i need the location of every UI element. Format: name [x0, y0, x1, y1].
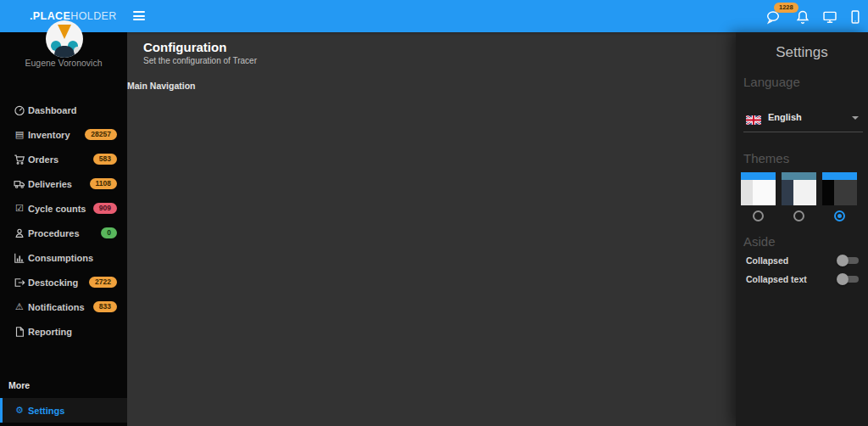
deliveries-truck-icon: [13, 178, 26, 190]
theme-radio-dark[interactable]: [834, 210, 845, 221]
theme-radio-light[interactable]: [753, 210, 764, 221]
theme-option-light[interactable]: [741, 172, 776, 221]
sidebar-nav: Dashboard ▤ Inventory 28257 Orders 583 D…: [0, 98, 127, 344]
sidebar-item-label: Notifications: [28, 302, 93, 312]
count-badge: 909: [93, 203, 117, 214]
theme-radio-teal[interactable]: [793, 210, 804, 221]
sidebar-item-settings[interactable]: ⚙ Settings: [0, 398, 127, 423]
user-name[interactable]: Eugene Voronovich: [0, 58, 127, 68]
dashboard-gauge-icon: [13, 104, 26, 116]
theme-option-teal[interactable]: [782, 172, 816, 221]
language-value: English: [768, 112, 802, 122]
drawer-title: Settings: [736, 44, 868, 61]
theme-swatch-dark: [822, 172, 857, 205]
theme-swatch-teal: [782, 172, 816, 205]
tablet-icon[interactable]: [848, 9, 863, 25]
notifications-warning-icon: ⚠: [13, 302, 26, 311]
chevron-down-icon: [852, 116, 859, 120]
inventory-layers-icon: ▤: [13, 130, 26, 139]
count-badge: 0: [101, 227, 117, 238]
sidebar-item-label: Deliveries: [28, 179, 90, 189]
aside-collapsed-row: Collapsed: [746, 254, 860, 267]
language-select[interactable]: English: [736, 110, 868, 126]
sidebar-item-procedures[interactable]: Procedures 0: [0, 221, 127, 245]
sidebar-item-label: Destocking: [28, 277, 89, 288]
chat-count-badge: 1228: [774, 3, 798, 13]
count-badge: 833: [93, 301, 117, 312]
user-avatar[interactable]: [46, 20, 83, 58]
sidebar-item-notifications[interactable]: ⚠ Notifications 833: [0, 294, 127, 319]
sidebar-item-consumptions[interactable]: Consumptions: [0, 245, 127, 270]
language-section-header: Language: [743, 75, 800, 89]
sidebar-item-deliveries[interactable]: Deliveries 1108: [0, 171, 127, 196]
sidebar-item-orders[interactable]: Orders 583: [0, 147, 127, 171]
settings-gear-icon: ⚙: [13, 406, 26, 415]
theme-option-dark[interactable]: [822, 172, 857, 221]
sidebar-item-label: Cycle counts: [28, 204, 93, 214]
sidebar-item-label: Inventory: [28, 130, 85, 140]
collapsed-text-label: Collapsed text: [746, 274, 807, 284]
count-badge: 1108: [90, 178, 117, 189]
orders-cart-icon: [13, 154, 26, 165]
count-badge: 28257: [85, 129, 117, 140]
sidebar-item-cycle-counts[interactable]: ☑ Cycle counts 909: [0, 196, 127, 221]
count-badge: 583: [93, 154, 117, 165]
desktop-icon[interactable]: [822, 9, 837, 25]
logo-light: HOLDER: [70, 10, 117, 22]
hamburger-menu-icon[interactable]: [133, 11, 145, 21]
page-subtitle: Set the configuration of Tracer: [143, 56, 257, 65]
sidebar-item-label: Reporting: [28, 327, 127, 337]
destocking-export-icon: [13, 277, 26, 289]
top-app-bar: .PLACEHOLDER 1228: [0, 0, 868, 32]
sidebar-section-more: More: [8, 380, 30, 390]
collapsed-text-toggle[interactable]: [837, 273, 860, 285]
theme-picker: [741, 172, 857, 221]
uk-flag-icon: [746, 113, 761, 122]
theme-swatch-light: [741, 172, 776, 205]
app-window: .PLACEHOLDER 1228 Eugene Voronovich: [0, 0, 868, 426]
reporting-document-icon: [13, 326, 26, 338]
collapsed-label: Collapsed: [746, 255, 788, 266]
settings-drawer: Settings Language English Themes: [736, 32, 868, 426]
count-badge: 2722: [89, 277, 117, 288]
sidebar-item-label: Consumptions: [28, 253, 127, 263]
sidebar-nav-more: ⚙ Settings Logout: [0, 398, 127, 426]
consumptions-chart-icon: [13, 252, 26, 264]
sidebar-item-label: Dashboard: [28, 105, 127, 115]
sidebar-item-destocking[interactable]: Destocking 2722: [0, 270, 127, 294]
sidebar-item-inventory[interactable]: ▤ Inventory 28257: [0, 122, 127, 147]
bell-icon[interactable]: [795, 9, 810, 25]
aside-collapsed-text-row: Collapsed text: [746, 272, 860, 286]
sidebar-item-label: Settings: [28, 406, 127, 416]
sidebar-item-label: Orders: [28, 154, 93, 165]
themes-section-header: Themes: [743, 151, 789, 165]
sidebar-item-reporting[interactable]: Reporting: [0, 319, 127, 344]
sidebar-item-dashboard[interactable]: Dashboard: [0, 98, 127, 122]
language-underline: [743, 132, 863, 132]
sidebar-item-label: Procedures: [28, 228, 101, 238]
collapsed-toggle[interactable]: [837, 255, 860, 266]
sidebar-item-logout[interactable]: Logout: [0, 423, 127, 426]
aside-section-header: Aside: [743, 234, 776, 249]
sidebar: Eugene Voronovich Main Navigation Dashbo…: [0, 32, 127, 426]
page-title: Configuration: [143, 40, 226, 54]
cycle-counts-checkbox-icon: ☑: [13, 204, 26, 213]
procedures-person-icon: [13, 227, 26, 239]
